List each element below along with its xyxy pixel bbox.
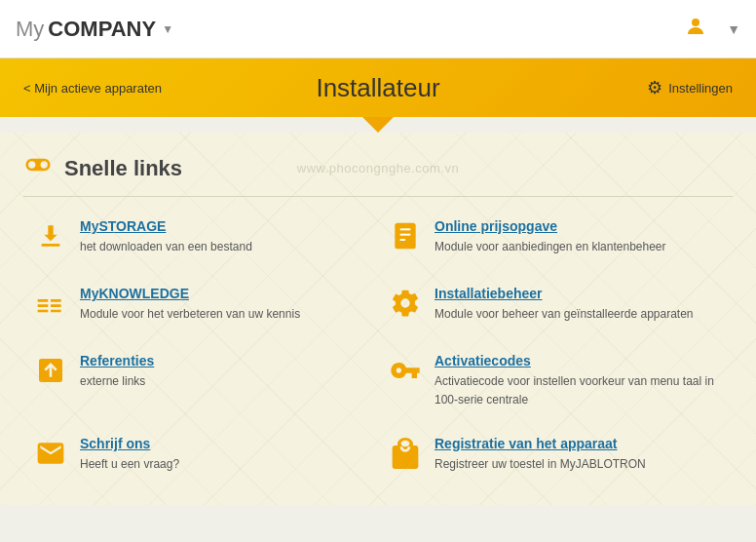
gear-icon: [390, 288, 421, 326]
doc-icon: [390, 220, 421, 258]
logo-my: My: [16, 17, 44, 42]
link-content-online-prijsopgave: Online prijsopgave Module voor aanbiedin…: [435, 218, 666, 255]
svg-rect-1: [395, 223, 415, 250]
settings-icon: ⚙: [647, 77, 662, 98]
link-item-myknowledge: MyKNOWLEDGE Module voor het verbeteren v…: [23, 272, 378, 339]
link-content-schrijf-ons: Schrijf ons Heeft u een vraag?: [80, 436, 179, 473]
link-item-activatiecodes: Activatiecodes Activatiecode voor instel…: [378, 339, 733, 422]
link-content-mystorage: MySTORAGE het downloaden van een bestand: [80, 218, 252, 255]
svg-point-0: [692, 19, 699, 26]
link-item-online-prijsopgave: Online prijsopgave Module voor aanbiedin…: [378, 205, 733, 272]
link-desc-mystorage: het downloaden van een bestand: [80, 240, 252, 253]
link-title-referenties[interactable]: Referenties: [80, 353, 154, 368]
watermark: www.phocongnghe.com.vn: [297, 161, 459, 175]
link-content-registratie: Registratie van het apparaat Registreer …: [435, 436, 646, 473]
link-title-activatiecodes[interactable]: Activatiecodes: [435, 353, 721, 368]
link-item-referenties: Referenties externe links: [23, 339, 378, 422]
link-content-activatiecodes: Activatiecodes Activatiecode voor instel…: [435, 353, 721, 408]
back-link[interactable]: < Mijn actieve apparaten: [23, 81, 162, 96]
link-desc-registratie: Registreer uw toestel in MyJABLOTRON: [435, 457, 646, 471]
link-item-schrijf-ons: Schrijf ons Heeft u een vraag?: [23, 422, 378, 489]
link-item-registratie: Registratie van het apparaat Registreer …: [378, 422, 733, 489]
links-grid: MySTORAGE het downloaden van een bestand…: [0, 197, 756, 505]
link-desc-activatiecodes: Activatiecode voor instellen voorkeur va…: [435, 374, 714, 406]
link-desc-schrijf-ons: Heeft u een vraag?: [80, 457, 179, 471]
quick-links-header: Snelle links www.phocongnghe.com.vn: [0, 133, 756, 196]
link-title-installatiebeheer[interactable]: Installatiebeheer: [435, 286, 694, 301]
settings-link[interactable]: ⚙ Instellingen: [647, 77, 733, 98]
settings-label: Instellingen: [668, 81, 733, 96]
key-icon: [390, 355, 421, 393]
download-icon: [35, 220, 66, 258]
link-content-installatiebeheer: Installatiebeheer Module voor beheer van…: [435, 286, 694, 323]
link-title-online-prijsopgave[interactable]: Online prijsopgave: [435, 218, 666, 234]
mail-icon: [35, 438, 66, 476]
logo-company: COMPANY: [48, 17, 156, 42]
link-title-myknowledge[interactable]: MyKNOWLEDGE: [80, 286, 300, 301]
header-dropdown-icon[interactable]: ▼: [727, 21, 740, 37]
link-desc-referenties: externe links: [80, 374, 145, 388]
logo: My COMPANY: [16, 17, 156, 42]
link-desc-myknowledge: Module voor het verbeteren van uw kennis: [80, 307, 300, 321]
link-desc-installatiebeheer: Module voor beheer van geïnstalleerde ap…: [435, 307, 694, 321]
header-icons: ▼: [684, 15, 740, 44]
quick-links-title: Snelle links: [64, 156, 182, 181]
link-item-installatiebeheer: Installatiebeheer Module voor beheer van…: [378, 272, 733, 339]
link-desc-online-prijsopgave: Module voor aanbiedingen en klantenbehee…: [435, 240, 666, 253]
user-icon[interactable]: [684, 15, 707, 44]
banner: < Mijn actieve apparaten Installateur ⚙ …: [0, 58, 756, 117]
link-title-schrijf-ons[interactable]: Schrijf ons: [80, 436, 179, 451]
quick-links-icon: [23, 150, 53, 186]
link-title-mystorage[interactable]: MySTORAGE: [80, 218, 252, 234]
header: My COMPANY ▼ ▼: [0, 0, 756, 58]
banner-title: Installateur: [316, 73, 439, 103]
books-icon: [35, 288, 66, 326]
link-content-myknowledge: MyKNOWLEDGE Module voor het verbeteren v…: [80, 286, 300, 323]
register-icon: [390, 438, 421, 476]
link-content-referenties: Referenties externe links: [80, 353, 154, 390]
link-title-registratie[interactable]: Registratie van het apparaat: [435, 436, 646, 451]
banner-arrow: [362, 117, 394, 133]
ref-icon: [35, 355, 66, 393]
company-dropdown-arrow[interactable]: ▼: [162, 22, 173, 36]
main-content: Snelle links www.phocongnghe.com.vn MyST…: [0, 133, 756, 505]
link-item-mystorage: MySTORAGE het downloaden van een bestand: [23, 205, 378, 272]
